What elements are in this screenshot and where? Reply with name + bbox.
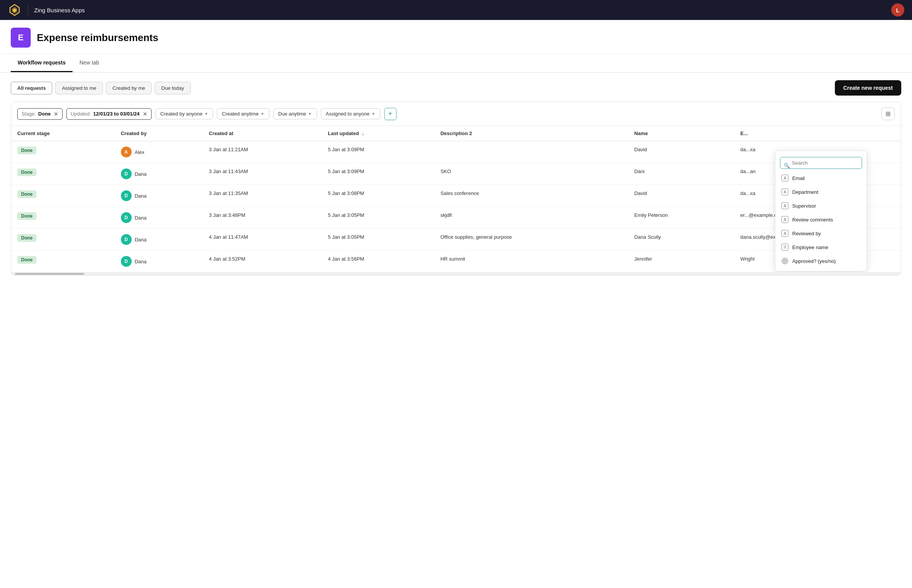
supervisor-field-icon: A <box>781 202 788 209</box>
col-header-last-updated[interactable]: Last updated ↓ <box>322 126 434 141</box>
nav-divider <box>28 5 28 15</box>
avatar: D <box>121 190 132 201</box>
dropdown-item-supervisor-label: Supervisor <box>792 203 816 209</box>
quick-filter-due-today[interactable]: Due today <box>155 82 190 94</box>
quick-filter-created-by-me[interactable]: Created by me <box>106 82 152 94</box>
created-by-filter-dropdown[interactable]: Created by anyone ▼ <box>155 108 213 119</box>
dropdown-item-email[interactable]: A Email <box>775 171 867 185</box>
creator-name: Alex <box>135 149 144 155</box>
updated-filter-chip[interactable]: Updated: 12/01/23 to 03/01/24 ✕ <box>66 108 151 120</box>
employee-name-field-icon: ☰ <box>781 244 788 251</box>
quick-filter-assigned-to-me[interactable]: Assigned to me <box>55 82 103 94</box>
updated-filter-value: 12/01/23 to 03/01/24 <box>93 111 140 117</box>
avatar: A <box>121 147 132 157</box>
horizontal-scroll-bar[interactable] <box>11 272 901 275</box>
add-filter-button[interactable]: + <box>384 108 397 120</box>
page-header: E Expense reimbursements <box>0 20 912 54</box>
dropdown-item-approved-label: Approved? (yes/no) <box>792 258 836 264</box>
stage-badge: Done <box>17 147 36 154</box>
avatar: D <box>121 256 132 267</box>
table-row[interactable]: Done AAlex 3 Jan at 11:21AM 5 Jan at 3:0… <box>11 141 901 163</box>
search-icon: 🔍 <box>784 163 790 168</box>
due-anytime-filter-dropdown[interactable]: Due anytime ▼ <box>273 108 317 119</box>
dropdown-item-supervisor[interactable]: A Supervisor <box>775 199 867 213</box>
reviewed-by-field-icon: A <box>781 230 788 237</box>
last-updated-cell: 5 Jan at 3:09PM <box>322 141 434 163</box>
stage-badge: Done <box>17 168 36 176</box>
last-updated-cell: 5 Jan at 3:05PM <box>322 207 434 229</box>
creator-name: Dana <box>135 259 147 264</box>
assigned-to-filter-dropdown[interactable]: Assigned to anyone ▼ <box>321 108 380 119</box>
review-comments-field-icon: A <box>781 216 788 223</box>
requests-table: Current stage Created by Created at Last… <box>11 126 901 272</box>
quick-filter-all-requests[interactable]: All requests <box>11 82 52 94</box>
created-at-cell: 4 Jan at 3:52PM <box>203 251 322 273</box>
filter-section: All requests Assigned to me Created by m… <box>0 73 912 96</box>
tab-workflow-requests[interactable]: Workflow requests <box>11 54 73 72</box>
description-cell: HR summit <box>434 251 628 273</box>
assigned-to-filter-label: Assigned to anyone <box>326 111 370 117</box>
due-anytime-caret-icon: ▼ <box>308 112 312 116</box>
table-row[interactable]: Done DDana 3 Jan at 11:43AM 5 Jan at 3:0… <box>11 163 901 185</box>
last-updated-cell: 5 Jan at 3:08PM <box>322 185 434 207</box>
description-cell: skjdfl <box>434 207 628 229</box>
name-cell: Dana Scully <box>628 229 734 251</box>
app-logo <box>8 3 21 17</box>
creator-name: Dana <box>135 193 147 199</box>
created-by-filter-label: Created by anyone <box>160 111 203 117</box>
table-row[interactable]: Done DDana 4 Jan at 3:52PM 4 Jan at 3:56… <box>11 251 901 273</box>
due-anytime-filter-label: Due anytime <box>278 111 306 117</box>
table-container: Stage: Done ✕ Updated: 12/01/23 to 03/01… <box>11 102 901 276</box>
dropdown-item-employee-name[interactable]: ☰ Employee name <box>775 240 867 254</box>
table-row[interactable]: Done DDana 3 Jan at 11:35AM 5 Jan at 3:0… <box>11 185 901 207</box>
tab-new-tab[interactable]: New tab <box>73 54 106 72</box>
column-settings-button[interactable]: ⊞ <box>881 107 895 120</box>
dropdown-item-approved[interactable]: Approved? (yes/no) <box>775 254 867 268</box>
table-row[interactable]: Done DDana 3 Jan at 3:48PM 5 Jan at 3:05… <box>11 207 901 229</box>
stage-filter-chip[interactable]: Stage: Done ✕ <box>17 108 63 120</box>
stage-badge: Done <box>17 234 36 242</box>
filter-chips-row: Stage: Done ✕ Updated: 12/01/23 to 03/01… <box>11 102 901 126</box>
dropdown-item-employee-name-label: Employee name <box>792 244 828 250</box>
col-header-current-stage: Current stage <box>11 126 115 141</box>
name-cell: Emily Peterson <box>628 207 734 229</box>
stage-filter-close[interactable]: ✕ <box>54 111 58 117</box>
avatar: D <box>121 168 132 179</box>
assigned-to-caret-icon: ▼ <box>372 112 375 116</box>
user-avatar[interactable]: L <box>891 3 904 17</box>
stage-badge: Done <box>17 256 36 264</box>
name-cell: Dani <box>628 163 734 185</box>
avatar: D <box>121 234 132 245</box>
table-row[interactable]: Done DDana 4 Jan at 11:47AM 5 Jan at 3:0… <box>11 229 901 251</box>
creator-name: Dana <box>135 171 147 177</box>
add-column-search-input[interactable] <box>780 157 862 169</box>
description-cell: SKO <box>434 163 628 185</box>
col-header-email: E... <box>734 126 901 141</box>
scroll-thumb[interactable] <box>15 273 84 275</box>
create-new-request-button[interactable]: Create new request <box>835 80 901 96</box>
created-at-cell: 3 Jan at 3:48PM <box>203 207 322 229</box>
column-settings-icon: ⊞ <box>886 111 891 117</box>
page-title: Expense reimbursements <box>37 32 158 44</box>
creator-name: Dana <box>135 237 147 243</box>
app-name: Zing Business Apps <box>34 7 885 13</box>
description-cell: Office supplies, general purpose <box>434 229 628 251</box>
col-header-name: Name <box>628 126 734 141</box>
created-anytime-filter-label: Created anytime <box>222 111 258 117</box>
dropdown-item-reviewed-by[interactable]: A Reviewed by <box>775 226 867 240</box>
updated-filter-close[interactable]: ✕ <box>143 111 147 117</box>
created-anytime-filter-dropdown[interactable]: Created anytime ▼ <box>217 108 269 119</box>
stage-filter-value: Done <box>38 111 51 117</box>
dropdown-item-review-comments[interactable]: A Review comments <box>775 213 867 226</box>
updated-filter-label: Updated: <box>71 111 91 117</box>
dropdown-item-department[interactable]: A Department <box>775 185 867 199</box>
last-updated-cell: 5 Jan at 3:05PM <box>322 229 434 251</box>
dropdown-item-reviewed-by-label: Reviewed by <box>792 231 821 236</box>
last-updated-cell: 5 Jan at 3:09PM <box>322 163 434 185</box>
approved-field-icon <box>781 258 788 264</box>
email-field-icon: A <box>781 175 788 182</box>
created-by-caret-icon: ▼ <box>204 112 208 116</box>
avatar: D <box>121 212 132 223</box>
dropdown-item-department-label: Department <box>792 189 818 195</box>
last-updated-cell: 4 Jan at 3:56PM <box>322 251 434 273</box>
